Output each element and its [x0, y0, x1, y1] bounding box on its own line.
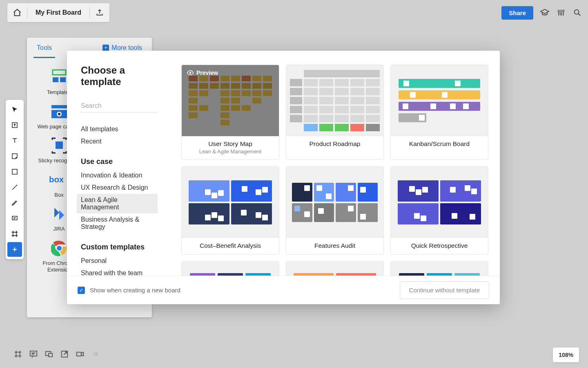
zoom-level[interactable]: 108%: [553, 348, 579, 362]
text-tool-icon[interactable]: [7, 133, 22, 148]
continue-without-template-button[interactable]: Continue without template: [400, 281, 489, 299]
svg-rect-8: [53, 77, 58, 82]
search-input[interactable]: [81, 100, 158, 112]
show-when-creating-checkbox[interactable]: ✓ Show when creating a new board: [78, 287, 180, 294]
modal-sidebar: Choose a template All templates Recent U…: [67, 51, 172, 276]
templates-icon: [49, 68, 69, 87]
template-card[interactable]: [390, 261, 488, 276]
screenshare-icon[interactable]: [44, 349, 54, 359]
template-card[interactable]: [286, 261, 384, 276]
chat-icon[interactable]: [29, 349, 38, 359]
top-right-bar: Share: [501, 3, 582, 22]
svg-point-24: [189, 72, 192, 74]
svg-text:box: box: [49, 175, 64, 184]
cat-heading-use-case: Use case: [81, 157, 158, 166]
bottom-toolbar: [8, 346, 105, 362]
template-kanban-scrum[interactable]: Kanban/Scrum Board: [390, 65, 488, 160]
template-subtitle: Lean & Agile Management: [185, 148, 276, 155]
graduation-icon[interactable]: [540, 8, 550, 18]
svg-point-0: [558, 11, 559, 12]
template-title: User Story Map: [185, 140, 276, 148]
left-toolbar: [6, 100, 24, 259]
template-title: Kanban/Scrum Board: [394, 140, 485, 148]
plus-icon: +: [102, 45, 109, 51]
cat-business[interactable]: Business Analysis & Strategy: [77, 213, 158, 233]
modal-footer: ✓ Show when creating a new board Continu…: [67, 276, 500, 304]
home-icon[interactable]: [7, 3, 27, 22]
svg-point-3: [575, 10, 579, 14]
cat-lean-agile[interactable]: Lean & Agile Management: [77, 194, 158, 213]
template-cost-benefit[interactable]: Cost–Benefit Analysis: [181, 166, 279, 255]
frame-tool-icon[interactable]: [7, 227, 22, 241]
cat-innovation[interactable]: Innovation & Ideation: [77, 169, 158, 182]
box-icon: box: [49, 171, 69, 189]
svg-point-2: [562, 10, 564, 11]
svg-rect-14: [56, 141, 63, 149]
checkbox-label: Show when creating a new board: [90, 287, 180, 294]
rectangle-tool-icon[interactable]: [7, 164, 22, 179]
chevron-left-icon[interactable]: [91, 349, 100, 359]
add-tool-icon[interactable]: [7, 242, 22, 257]
cat-personal[interactable]: Personal: [81, 255, 158, 267]
template-features-audit[interactable]: Features Audit: [286, 166, 384, 255]
preview-badge: Preview: [187, 69, 218, 76]
top-left-bar: My First Board: [7, 3, 109, 22]
jira-icon: [49, 204, 69, 223]
upload-tool-icon[interactable]: [7, 118, 22, 132]
svg-rect-21: [49, 353, 52, 357]
pen-tool-icon[interactable]: [7, 195, 22, 210]
template-title: Product Roadmap: [290, 140, 380, 148]
board-title[interactable]: My First Board: [27, 9, 89, 16]
svg-point-18: [57, 246, 62, 251]
svg-rect-5: [12, 169, 17, 174]
share-button[interactable]: Share: [501, 6, 533, 20]
template-title: Quick Retrospective: [394, 242, 485, 249]
tool-label: Box: [54, 192, 63, 198]
template-card[interactable]: [181, 261, 279, 276]
template-product-roadmap[interactable]: Product Roadmap: [286, 65, 384, 160]
checkbox-checked-icon: ✓: [78, 287, 85, 294]
tool-label: JIRA: [53, 226, 65, 232]
line-tool-icon[interactable]: [7, 180, 22, 195]
cursor-tool-icon[interactable]: [7, 102, 22, 117]
svg-point-13: [58, 113, 60, 115]
svg-point-1: [560, 13, 562, 15]
sticky-note-tool-icon[interactable]: [7, 149, 22, 164]
tab-tools[interactable]: Tools: [37, 38, 52, 58]
template-quick-retro[interactable]: Quick Retrospective: [390, 166, 488, 255]
sticky-recognition-icon: [49, 136, 69, 155]
external-link-icon[interactable]: [60, 349, 69, 359]
cat-all-templates[interactable]: All templates: [81, 123, 158, 135]
eye-icon: [187, 69, 194, 76]
export-icon[interactable]: [90, 3, 109, 22]
svg-rect-23: [77, 352, 81, 356]
video-icon[interactable]: [75, 349, 85, 359]
web-capture-icon: [49, 102, 69, 121]
svg-rect-10: [51, 105, 67, 108]
frame-icon[interactable]: [13, 349, 23, 359]
modal-title: Choose a template: [81, 65, 158, 88]
template-user-story-map[interactable]: Preview User Story Map: [181, 65, 279, 160]
template-title: Cost–Benefit Analysis: [185, 242, 276, 249]
svg-rect-19: [30, 351, 37, 356]
template-modal: Choose a template All templates Recent U…: [67, 51, 500, 304]
cat-recent[interactable]: Recent: [81, 135, 158, 148]
settings-sliders-icon[interactable]: [556, 8, 566, 18]
cat-heading-custom: Custom templates: [81, 243, 158, 251]
comment-tool-icon[interactable]: [7, 211, 22, 226]
search-icon[interactable]: [572, 8, 582, 18]
modal-main: Preview User Story Map: [172, 51, 500, 276]
cat-ux[interactable]: UX Research & Design: [77, 182, 158, 194]
svg-rect-7: [53, 70, 66, 75]
template-title: Features Audit: [290, 242, 380, 249]
svg-rect-9: [60, 77, 66, 82]
cat-shared[interactable]: Shared with the team: [81, 267, 158, 276]
chrome-icon: [49, 239, 69, 258]
